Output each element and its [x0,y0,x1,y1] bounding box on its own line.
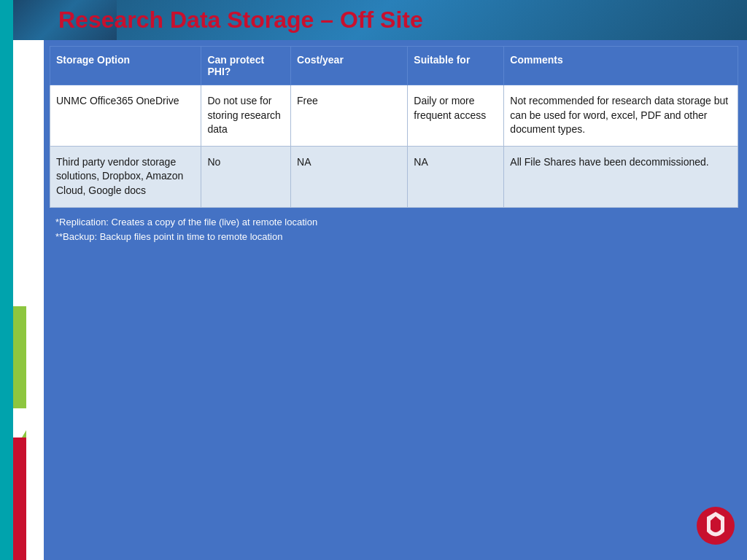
main-content: Storage Option Can protect PHI? Cost/yea… [44,40,747,560]
col-header-phi: Can protect PHI? [201,47,291,85]
table-header-row: Storage Option Can protect PHI? Cost/yea… [50,47,738,85]
cell-cost-1: NA [291,146,408,207]
table-footer-note: *Replication: Creates a copy of the file… [50,208,738,253]
table-row: Third party vendor storage solutions, Dr… [50,146,738,207]
cell-storage-1: Third party vendor storage solutions, Dr… [50,146,201,207]
page-header: Research Data Storage – Off Site [0,0,747,40]
red-bar [13,438,26,560]
col-header-comments: Comments [504,47,738,85]
footer-line-1: *Replication: Creates a copy of the file… [55,215,732,230]
cell-comments-1: All File Shares have been decommissioned… [504,146,738,207]
teal-bar [0,0,13,560]
unmc-logo [696,506,736,549]
storage-table: Storage Option Can protect PHI? Cost/yea… [50,46,738,208]
cell-phi-0: Do not use for storing research data [201,85,291,147]
cell-comments-0: Not recommended for research data storag… [504,85,738,147]
col-header-storage: Storage Option [50,47,201,85]
table-row: UNMC Office365 OneDrive Do not use for s… [50,85,738,147]
page-title: Research Data Storage – Off Site [51,7,423,34]
col-header-suitable: Suitable for [408,47,504,85]
cell-cost-0: Free [291,85,408,147]
cell-phi-1: No [201,146,291,207]
cell-suitable-0: Daily or more frequent access [408,85,504,147]
footer-line-2: **Backup: Backup files point in time to … [55,230,732,245]
logo-svg [696,506,736,546]
cell-storage-0: UNMC Office365 OneDrive [50,85,201,147]
col-header-cost: Cost/year [291,47,408,85]
cell-suitable-1: NA [408,146,504,207]
left-decoration [0,0,44,560]
